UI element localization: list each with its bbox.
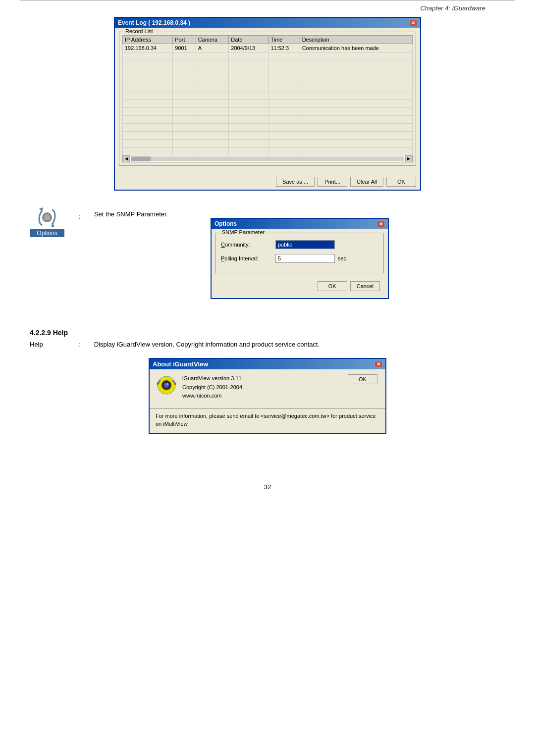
event-log-body: Record List IP Address Port Camera Date … (115, 28, 420, 174)
set-snmp-description: Set the SNMP Parameter. (94, 210, 505, 218)
table-cell (173, 140, 196, 148)
table-cell (196, 140, 229, 148)
page-number: 32 (0, 479, 535, 491)
scroll-right-btn[interactable]: ▶ (405, 155, 412, 162)
options-icon (35, 205, 59, 229)
table-row: 192.168.0.349001A2004/9/1311:52:3Communi… (123, 44, 413, 52)
polling-input[interactable] (275, 254, 335, 263)
table-cell (300, 124, 412, 132)
table-cell: 9001 (173, 44, 196, 52)
table-cell (229, 68, 268, 76)
table-cell (123, 100, 173, 108)
table-cell (123, 92, 173, 100)
about-dialog-wrapper: About iGuardView ✕ (30, 358, 505, 434)
table-cell (196, 148, 229, 155)
svg-point-7 (166, 383, 168, 385)
table-cell (196, 92, 229, 100)
table-cell (173, 60, 196, 68)
table-row (123, 92, 413, 100)
options-body: SNMP Parameter Community: (212, 229, 388, 298)
table-cell: Communication has been made (300, 44, 412, 52)
clear-all-button[interactable]: Clear All (350, 177, 383, 187)
table-cell (229, 60, 268, 68)
print-button[interactable]: Print... (318, 177, 347, 187)
options-dialog-wrapper: Options ✕ SNMP Parameter Community: (94, 218, 505, 299)
polling-suffix: sec (338, 255, 346, 261)
table-cell (229, 124, 268, 132)
table-cell: A (196, 44, 229, 52)
options-footer: OK Cancel (215, 278, 384, 294)
about-body: iGuardView version 3.11 Copyright (C) 20… (150, 369, 385, 405)
table-cell (229, 92, 268, 100)
help-description: Display iGuardView version, Copyright in… (94, 341, 505, 348)
table-cell (229, 100, 268, 108)
table-row (123, 84, 413, 92)
table-cell (123, 68, 173, 76)
table-cell: 2004/9/13 (229, 44, 268, 52)
table-cell (229, 108, 268, 116)
table-cell (300, 92, 412, 100)
about-titlebar: About iGuardView ✕ (150, 359, 385, 369)
table-cell (268, 132, 300, 140)
table-cell (123, 140, 173, 148)
table-cell (268, 68, 300, 76)
table-cell (229, 84, 268, 92)
table-cell (173, 76, 196, 84)
event-log-close-button[interactable]: ✕ (409, 19, 417, 26)
table-cell (123, 52, 173, 60)
scroll-left-btn[interactable]: ◀ (123, 155, 130, 162)
table-cell (196, 100, 229, 108)
col-camera: Camera (196, 36, 229, 44)
about-close-button[interactable]: ✕ (374, 361, 382, 368)
ok-button[interactable]: OK (386, 177, 416, 187)
table-scrollbar[interactable]: ◀ ▶ (122, 155, 413, 162)
col-port: Port (173, 36, 196, 44)
options-label: Options (30, 229, 64, 237)
options-cancel-button[interactable]: Cancel (350, 281, 380, 291)
table-cell (268, 140, 300, 148)
event-log-footer: Save as ... Print... Clear All OK (115, 174, 420, 190)
table-cell (229, 132, 268, 140)
options-content: Set the SNMP Parameter. Options ✕ SNMP P… (94, 205, 505, 314)
table-cell (268, 60, 300, 68)
polling-label: Polling Interval: (221, 255, 275, 261)
community-input[interactable] (275, 240, 335, 249)
col-description: Description (300, 36, 412, 44)
col-date: Date (229, 36, 268, 44)
options-ok-button[interactable]: OK (318, 281, 347, 291)
scrollbar-track[interactable] (131, 156, 404, 161)
options-section: Options : Set the SNMP Parameter. Option… (30, 205, 505, 314)
table-row (123, 124, 413, 132)
table-row (123, 76, 413, 84)
options-dialog: Options ✕ SNMP Parameter Community: (211, 218, 389, 299)
options-titlebar: Options ✕ (212, 219, 388, 229)
community-row: Community: (221, 240, 378, 249)
table-cell (173, 116, 196, 124)
table-cell (173, 68, 196, 76)
table-cell (300, 76, 412, 84)
svg-point-1 (44, 214, 50, 220)
about-ok-area: OK (348, 374, 379, 384)
table-row (123, 148, 413, 155)
polling-row: Polling Interval: sec (221, 254, 378, 263)
table-cell (123, 60, 173, 68)
table-row (123, 132, 413, 140)
options-icon-area: Options (30, 205, 64, 237)
table-row (123, 116, 413, 124)
table-cell (300, 148, 412, 155)
snmp-group: SNMP Parameter Community: (215, 233, 384, 273)
chapter-heading: Chapter 4: iGuardware (20, 4, 515, 12)
save-as-button[interactable]: Save as ... (276, 177, 315, 187)
table-cell (300, 52, 412, 60)
scrollbar-thumb (131, 156, 151, 161)
table-cell (123, 108, 173, 116)
table-cell (229, 148, 268, 155)
options-close-button[interactable]: ✕ (377, 220, 385, 227)
about-ok-button[interactable]: OK (348, 374, 377, 384)
table-cell (300, 116, 412, 124)
help-colon: : (74, 341, 84, 348)
community-label: Community: (221, 242, 275, 248)
table-cell (123, 76, 173, 84)
table-cell (300, 132, 412, 140)
table-cell (196, 68, 229, 76)
